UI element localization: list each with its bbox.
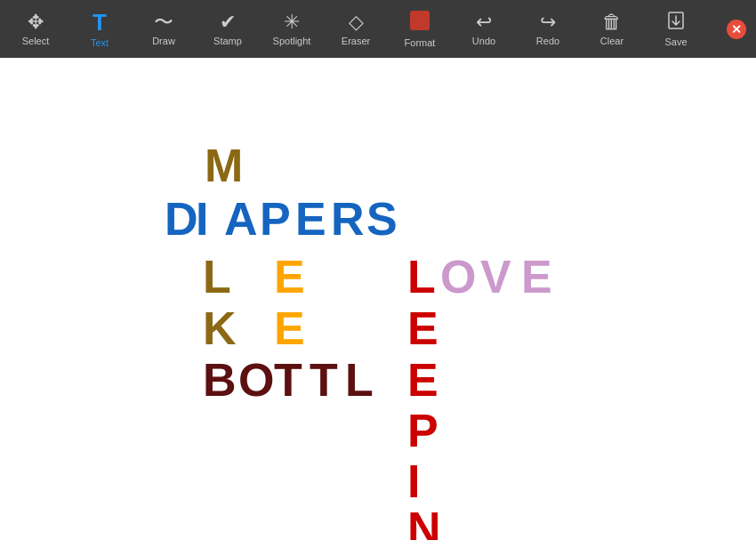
stamp-label: Stamp — [213, 36, 242, 46]
canvas-letter: O — [440, 254, 476, 300]
canvas-letter: E — [407, 357, 438, 403]
format-icon — [410, 11, 430, 34]
save-label: Save — [664, 36, 687, 47]
eraser-label: Eraser — [342, 36, 370, 46]
draw-label: Draw — [152, 36, 175, 46]
canvas-letter: E — [274, 305, 305, 351]
canvas-letter: E — [521, 254, 552, 300]
draw-tool-button[interactable]: 〜 Draw — [132, 3, 196, 56]
save-icon — [666, 11, 686, 33]
canvas-letter: L — [407, 254, 436, 300]
canvas-letter: P — [260, 196, 291, 242]
save-tool-button[interactable]: Save — [644, 3, 708, 56]
close-button[interactable]: ✕ — [720, 3, 752, 56]
select-label: Select — [22, 36, 50, 46]
canvas-letter: T — [310, 357, 338, 403]
select-icon: ✥ — [28, 12, 44, 32]
canvas-letter: L — [203, 254, 231, 300]
canvas-letter: D — [165, 196, 198, 242]
canvas-letter: I — [407, 458, 420, 504]
spotlight-icon: ✳ — [284, 12, 300, 32]
undo-tool-button[interactable]: ↩ Undo — [452, 3, 516, 56]
toolbar: ✥ Select T Text 〜 Draw ✔ Stamp ✳ Spotlig… — [0, 0, 756, 58]
undo-label: Undo — [472, 36, 495, 46]
canvas-letter: O — [238, 357, 274, 403]
canvas-letter: E — [274, 254, 305, 300]
canvas-letter: L — [345, 357, 374, 403]
canvas-letter: K — [203, 305, 237, 351]
stamp-icon: ✔ — [220, 12, 236, 32]
clear-label: Clear — [600, 36, 623, 46]
draw-icon: 〜 — [154, 12, 173, 32]
canvas-letter: E — [407, 305, 438, 351]
redo-icon: ↪ — [540, 12, 556, 32]
canvas-letter: A — [224, 196, 258, 242]
canvas-letter: B — [203, 357, 237, 403]
canvas-letter: V — [480, 254, 511, 300]
format-label: Format — [405, 37, 436, 48]
clear-tool-button[interactable]: 🗑 Clear — [580, 3, 644, 56]
spotlight-tool-button[interactable]: ✳ Spotlight — [260, 3, 324, 56]
canvas-letter: M — [205, 142, 243, 189]
canvas-letter: R — [331, 196, 365, 242]
text-label: Text — [91, 37, 109, 48]
canvas-letter: I — [196, 196, 208, 242]
format-tool-button[interactable]: Format — [388, 3, 452, 56]
canvas-letter: N — [407, 505, 441, 540]
canvas-letter: S — [366, 196, 398, 242]
text-icon: T — [92, 11, 107, 34]
redo-tool-button[interactable]: ↪ Redo — [516, 3, 580, 56]
select-tool-button[interactable]: ✥ Select — [4, 3, 68, 56]
canvas: MDIAPERSLELOVEKEEBOTTLEPING — [0, 58, 756, 540]
canvas-letter: T — [274, 357, 302, 403]
spotlight-label: Spotlight — [273, 36, 311, 46]
canvas-letter: P — [407, 407, 438, 454]
clear-icon: 🗑 — [602, 12, 622, 32]
eraser-tool-button[interactable]: ◇ Eraser — [324, 3, 388, 56]
eraser-icon: ◇ — [349, 12, 364, 32]
redo-label: Redo — [536, 36, 559, 46]
stamp-tool-button[interactable]: ✔ Stamp — [196, 3, 260, 56]
close-icon: ✕ — [727, 20, 746, 39]
text-tool-button[interactable]: T Text — [68, 3, 132, 56]
undo-icon: ↩ — [476, 12, 492, 32]
canvas-letter: E — [295, 196, 326, 242]
